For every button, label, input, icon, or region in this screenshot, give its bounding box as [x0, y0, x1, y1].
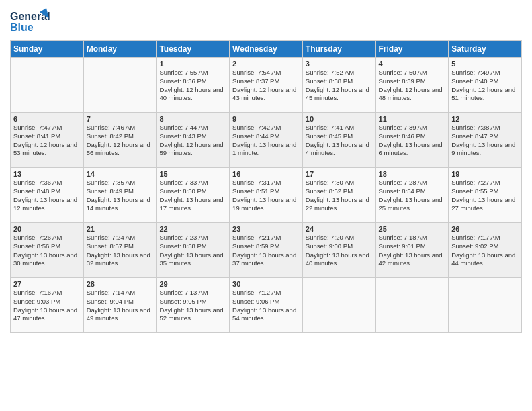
day-info-line: Daylight: 13 hours and 52 minutes. — [159, 306, 223, 322]
day-info-line: Sunrise: 7:14 AM — [87, 289, 135, 296]
day-info-line: Sunrise: 7:23 AM — [159, 234, 208, 241]
day-info: Sunrise: 7:50 AMSunset: 8:39 PMDaylight:… — [379, 68, 446, 103]
day-info-line: Daylight: 13 hours and 35 minutes. — [159, 251, 223, 267]
day-info-line: Sunrise: 7:16 AM — [13, 289, 62, 296]
calendar-cell — [375, 278, 449, 333]
day-info: Sunrise: 7:14 AMSunset: 9:04 PMDaylight:… — [87, 289, 154, 323]
day-info-line: Daylight: 13 hours and 9 minutes. — [451, 141, 515, 157]
day-info-line: Daylight: 13 hours and 27 minutes. — [451, 196, 515, 212]
day-info: Sunrise: 7:36 AMSunset: 8:48 PMDaylight:… — [13, 179, 81, 213]
day-info-line: Sunrise: 7:41 AM — [306, 124, 354, 131]
day-info-line: Sunset: 8:38 PM — [306, 77, 353, 85]
day-number: 30 — [232, 280, 300, 288]
day-info: Sunrise: 7:46 AMSunset: 8:42 PMDaylight:… — [87, 124, 154, 158]
calendar-cell: 17Sunrise: 7:30 AMSunset: 8:52 PMDayligh… — [302, 168, 375, 223]
weekday-header: Thursday — [302, 41, 375, 58]
day-info-line: Sunset: 8:57 PM — [87, 242, 134, 250]
weekday-header: Sunday — [11, 41, 84, 58]
day-info-line: Sunrise: 7:44 AM — [159, 124, 208, 131]
day-info-line: Daylight: 12 hours and 53 minutes. — [13, 141, 77, 157]
day-number: 12 — [451, 115, 519, 123]
calendar-cell: 2Sunrise: 7:54 AMSunset: 8:37 PMDaylight… — [230, 58, 303, 113]
day-info-line: Sunrise: 7:38 AM — [451, 124, 500, 131]
day-info-line: Sunrise: 7:50 AM — [379, 68, 427, 76]
day-info-line: Daylight: 13 hours and 25 minutes. — [379, 196, 443, 212]
day-info: Sunrise: 7:33 AMSunset: 8:50 PMDaylight:… — [159, 179, 226, 213]
day-info: Sunrise: 7:31 AMSunset: 8:51 PMDaylight:… — [232, 179, 300, 213]
day-info-line: Daylight: 13 hours and 19 minutes. — [232, 196, 296, 212]
calendar-cell: 5Sunrise: 7:49 AMSunset: 8:40 PMDaylight… — [449, 58, 522, 113]
day-info: Sunrise: 7:54 AMSunset: 8:37 PMDaylight:… — [232, 68, 300, 103]
day-info-line: Sunset: 8:46 PM — [379, 132, 426, 140]
day-info: Sunrise: 7:39 AMSunset: 8:46 PMDaylight:… — [379, 124, 446, 158]
day-info-line: Sunset: 8:56 PM — [13, 242, 60, 250]
day-number: 6 — [13, 115, 81, 123]
calendar-week-row: 1Sunrise: 7:55 AMSunset: 8:36 PMDaylight… — [11, 58, 522, 113]
calendar-cell: 24Sunrise: 7:20 AMSunset: 9:00 PMDayligh… — [302, 223, 375, 278]
day-info-line: Daylight: 12 hours and 59 minutes. — [159, 141, 223, 157]
calendar-cell: 1Sunrise: 7:55 AMSunset: 8:36 PMDaylight… — [157, 58, 230, 113]
day-info-line: Sunrise: 7:28 AM — [379, 179, 427, 186]
day-info-line: Sunset: 8:52 PM — [306, 187, 353, 195]
calendar-cell: 9Sunrise: 7:42 AMSunset: 8:44 PMDaylight… — [230, 113, 303, 168]
day-info: Sunrise: 7:44 AMSunset: 8:43 PMDaylight:… — [159, 124, 226, 158]
day-info-line: Sunset: 8:41 PM — [13, 132, 60, 140]
day-info-line: Sunrise: 7:36 AM — [13, 179, 62, 186]
calendar-cell: 28Sunrise: 7:14 AMSunset: 9:04 PMDayligh… — [83, 278, 157, 333]
calendar-cell — [449, 278, 522, 333]
calendar-cell: 3Sunrise: 7:52 AMSunset: 8:38 PMDaylight… — [302, 58, 375, 113]
day-number: 20 — [13, 225, 81, 233]
day-info-line: Sunset: 8:39 PM — [379, 77, 426, 85]
logo-icon: General Blue — [10, 7, 50, 35]
calendar-cell: 15Sunrise: 7:33 AMSunset: 8:50 PMDayligh… — [157, 168, 230, 223]
day-info: Sunrise: 7:38 AMSunset: 8:47 PMDaylight:… — [451, 124, 519, 158]
day-info-line: Daylight: 12 hours and 45 minutes. — [306, 86, 369, 102]
weekday-header: Monday — [83, 41, 157, 58]
day-number: 25 — [379, 225, 446, 233]
day-info: Sunrise: 7:41 AMSunset: 8:45 PMDaylight:… — [306, 124, 373, 158]
day-info-line: Sunrise: 7:35 AM — [87, 179, 135, 186]
calendar-cell: 16Sunrise: 7:31 AMSunset: 8:51 PMDayligh… — [230, 168, 303, 223]
day-info-line: Sunset: 8:50 PM — [159, 187, 206, 195]
day-info-line: Sunrise: 7:18 AM — [379, 234, 427, 241]
calendar-cell: 4Sunrise: 7:50 AMSunset: 8:39 PMDaylight… — [375, 58, 449, 113]
calendar-cell: 7Sunrise: 7:46 AMSunset: 8:42 PMDaylight… — [83, 113, 157, 168]
day-info-line: Daylight: 13 hours and 42 minutes. — [379, 251, 443, 267]
day-info-line: Sunset: 8:43 PM — [159, 132, 206, 140]
day-info-line: Sunset: 9:03 PM — [13, 298, 60, 305]
day-info: Sunrise: 7:20 AMSunset: 9:00 PMDaylight:… — [306, 234, 373, 268]
calendar-cell: 25Sunrise: 7:18 AMSunset: 9:01 PMDayligh… — [375, 223, 449, 278]
day-info: Sunrise: 7:16 AMSunset: 9:03 PMDaylight:… — [13, 289, 81, 323]
calendar-week-row: 6Sunrise: 7:47 AMSunset: 8:41 PMDaylight… — [11, 113, 522, 168]
page: General Blue SundayMondayTuesdayWednesda… — [0, 0, 532, 411]
day-info: Sunrise: 7:26 AMSunset: 8:56 PMDaylight:… — [13, 234, 81, 268]
calendar-cell: 12Sunrise: 7:38 AMSunset: 8:47 PMDayligh… — [449, 113, 522, 168]
header-row: SundayMondayTuesdayWednesdayThursdayFrid… — [11, 41, 522, 58]
day-info-line: Sunset: 9:06 PM — [232, 298, 279, 305]
calendar-cell: 11Sunrise: 7:39 AMSunset: 8:46 PMDayligh… — [375, 113, 449, 168]
day-number: 4 — [379, 60, 446, 68]
calendar-cell: 23Sunrise: 7:21 AMSunset: 8:59 PMDayligh… — [230, 223, 303, 278]
day-info: Sunrise: 7:23 AMSunset: 8:58 PMDaylight:… — [159, 234, 226, 268]
day-info-line: Daylight: 13 hours and 22 minutes. — [306, 196, 369, 212]
calendar-week-row: 13Sunrise: 7:36 AMSunset: 8:48 PMDayligh… — [11, 168, 522, 223]
calendar-cell — [83, 58, 157, 113]
day-info-line: Sunrise: 7:17 AM — [451, 234, 500, 241]
day-info: Sunrise: 7:47 AMSunset: 8:41 PMDaylight:… — [13, 124, 81, 158]
day-number: 29 — [159, 280, 226, 288]
day-number: 19 — [451, 170, 519, 178]
calendar-cell: 27Sunrise: 7:16 AMSunset: 9:03 PMDayligh… — [11, 278, 84, 333]
day-number: 7 — [87, 115, 154, 123]
day-number: 1 — [159, 60, 226, 68]
day-info-line: Daylight: 13 hours and 47 minutes. — [13, 306, 77, 322]
day-info: Sunrise: 7:35 AMSunset: 8:49 PMDaylight:… — [87, 179, 154, 213]
svg-text:Blue: Blue — [10, 21, 34, 33]
day-info-line: Sunset: 9:02 PM — [451, 242, 498, 250]
day-info-line: Sunrise: 7:54 AM — [232, 68, 281, 76]
day-info-line: Daylight: 13 hours and 1 minute. — [232, 141, 296, 157]
day-info-line: Sunset: 8:48 PM — [13, 187, 60, 195]
day-number: 18 — [379, 170, 446, 178]
day-info-line: Sunrise: 7:55 AM — [159, 68, 208, 76]
day-info-line: Sunset: 8:54 PM — [379, 187, 426, 195]
day-info-line: Sunrise: 7:24 AM — [87, 234, 135, 241]
